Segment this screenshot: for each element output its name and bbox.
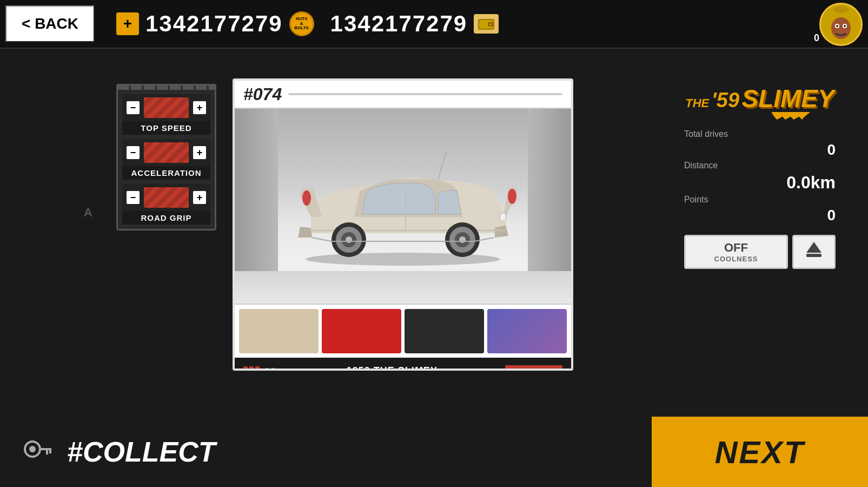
wallet-icon: [474, 14, 499, 34]
points-value: 0: [827, 207, 836, 224]
logo-59: '59: [712, 89, 739, 111]
top-speed-bar: [144, 97, 189, 118]
color-swatch-red[interactable]: [322, 309, 401, 353]
road-grip-decrease-button[interactable]: −: [127, 191, 140, 204]
svg-point-2: [489, 23, 492, 25]
svg-point-18: [346, 236, 352, 243]
coin-icon: NUTS&BOLTS: [289, 11, 314, 36]
collect-section: #COLLECT: [0, 417, 652, 487]
top-bar: < BACK + 1342177279 NUTS&BOLTS 134217727…: [0, 0, 868, 49]
total-drives-row: Total drives: [684, 129, 836, 139]
speed-dot-2: [249, 366, 254, 371]
top-speed-stat: − + TOP SPEED: [122, 94, 210, 135]
road-grip-bar: [144, 187, 189, 208]
car-image: [279, 147, 527, 266]
avatar: [819, 3, 863, 46]
car-display: #074 K73 游戏之家.com: [233, 78, 573, 371]
top-speed-decrease-button[interactable]: −: [127, 101, 140, 114]
color-swatch-beige[interactable]: [239, 309, 319, 353]
chevrons-icon: >>: [266, 365, 279, 371]
logo-slimey: SLIMEY: [741, 84, 834, 113]
bottom-bar: #COLLECT NEXT: [0, 417, 868, 487]
car-stage: K73 游戏之家.com: [235, 109, 571, 304]
top-speed-increase-button[interactable]: +: [193, 101, 206, 114]
road-grip-increase-button[interactable]: +: [193, 191, 206, 204]
svg-marker-26: [806, 242, 821, 253]
acceleration-controls: − +: [122, 139, 210, 166]
color-o-matic-badge: COLOR-O-MATIC: [505, 365, 562, 371]
car-number: #074: [243, 84, 282, 104]
car-display-header: #074: [235, 81, 571, 109]
next-text: NEXT: [715, 434, 805, 470]
coolness-panel: OFF COOLNESS: [684, 235, 836, 269]
coolness-label: COOLNESS: [690, 255, 782, 263]
total-drives-label: Total drives: [684, 129, 728, 139]
acceleration-bar: [144, 142, 189, 163]
right-panel: THE '59 SLIMEY Total drives 0 Distance 0…: [684, 84, 836, 269]
distance-label: Distance: [684, 161, 718, 170]
road-grip-label: ROAD GRIP: [122, 211, 210, 225]
distance-label-row: Distance: [684, 161, 836, 170]
road-grip-controls: − +: [122, 184, 210, 211]
back-button[interactable]: < BACK: [5, 5, 95, 42]
total-drives-value-row: 0: [684, 141, 836, 159]
svg-point-22: [459, 236, 466, 243]
svg-point-5: [833, 6, 849, 13]
currency-2-amount: 1342177279: [330, 11, 468, 37]
acceleration-decrease-button[interactable]: −: [127, 146, 140, 159]
car-svg-container: [279, 147, 527, 266]
color-swatch-purple[interactable]: [487, 309, 567, 353]
car-name-bar: >> 1959 THE SLIMEY COLOR-O-MATIC: [235, 358, 571, 371]
svg-point-10: [844, 25, 846, 27]
logo-drip-decoration: [760, 112, 816, 120]
speed-indicator: [243, 366, 260, 371]
stats-right: Total drives 0 Distance 0.0km Points 0: [684, 129, 836, 224]
logo-container: THE '59 SLIMEY: [684, 84, 836, 113]
speed-dot-1: [243, 366, 248, 371]
road-grip-stat: − + ROAD GRIP: [122, 184, 210, 225]
svg-line-23: [438, 152, 446, 179]
acceleration-label: ACCELERATION: [122, 166, 210, 180]
color-swatches: [235, 304, 571, 358]
color-swatch-black[interactable]: [405, 309, 484, 353]
acceleration-increase-button[interactable]: +: [193, 146, 206, 159]
points-value-row: 0: [684, 207, 836, 224]
svg-rect-25: [806, 254, 821, 257]
stats-panel: − + TOP SPEED − + ACCELERATION − + ROAD …: [116, 84, 216, 231]
currency-section-1: + 1342177279 NUTS&BOLTS: [116, 11, 314, 37]
avatar-section: [819, 3, 863, 46]
points-label-row: Points: [684, 195, 836, 205]
eject-icon: [802, 238, 826, 266]
add-currency-button[interactable]: +: [116, 12, 139, 35]
top-speed-controls: − +: [122, 94, 210, 121]
key-icon: [22, 433, 54, 471]
logo-the: THE: [685, 96, 709, 110]
svg-point-28: [29, 446, 36, 452]
svg-point-13: [302, 190, 311, 206]
coolness-off-label: OFF: [690, 241, 782, 255]
points-label: Points: [684, 195, 708, 205]
top-speed-label: TOP SPEED: [122, 121, 210, 135]
car-number-line: [288, 93, 562, 95]
car-name-text: 1959 THE SLIMEY: [285, 365, 499, 371]
stage-floor: [235, 271, 571, 304]
next-button[interactable]: NEXT: [652, 417, 868, 487]
eject-button[interactable]: [792, 235, 836, 269]
total-drives-value: 0: [827, 141, 836, 159]
acceleration-stat: − + ACCELERATION: [122, 139, 210, 180]
collect-text: #COLLECT: [67, 436, 215, 468]
speed-dot-3: [255, 366, 260, 371]
distance-value: 0.0km: [786, 173, 836, 193]
stats-top-decoration: [118, 85, 215, 90]
svg-point-14: [508, 189, 516, 204]
svg-point-9: [836, 25, 838, 27]
side-letter: A: [84, 206, 92, 220]
notification-badge: 0: [814, 32, 819, 44]
svg-point-24: [500, 213, 506, 221]
currency-1-amount: 1342177279: [145, 11, 283, 37]
distance-value-row: 0.0km: [684, 173, 836, 193]
game-logo: THE '59 SLIMEY: [684, 84, 836, 113]
currency-section-2: 1342177279: [330, 11, 499, 37]
coolness-box: OFF COOLNESS: [684, 235, 788, 269]
